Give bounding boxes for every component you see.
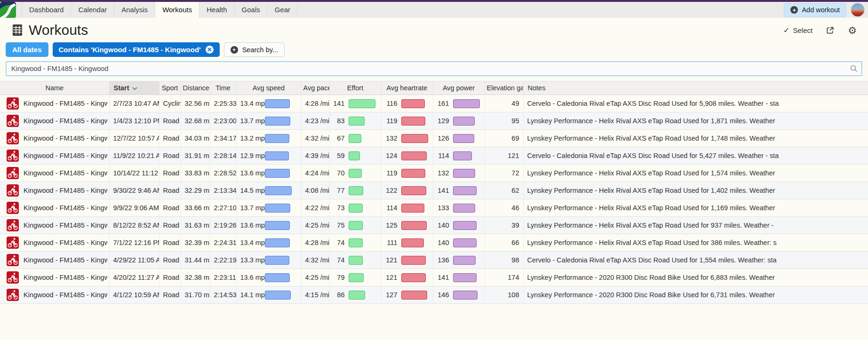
workout-row[interactable]: Kingwood - FM1485 - Kingwood9/9/22 9:06 … [0,199,868,217]
column-header-name[interactable]: Name [0,81,109,95]
search-row [0,59,868,81]
nav-tab-health[interactable]: Health [199,2,234,18]
column-header-time[interactable]: Time [210,81,236,95]
workout-time: 2:23:00 [210,112,236,130]
nav-tab-workouts[interactable]: Workouts [155,2,199,18]
column-header-elevation-gain[interactable]: Elevation gain [485,81,523,95]
workout-row[interactable]: Kingwood - FM1485 - Kingwood11/9/22 10:2… [0,147,868,165]
column-header-avg-power[interactable]: Avg power [433,81,485,95]
select-button[interactable]: ✓ Select [783,26,812,35]
avg-pace-value: 4:32 /mi [301,252,329,269]
workout-sport: Road [159,286,181,304]
workout-row[interactable]: Kingwood - FM1485 - Kingwood7/1/22 12:16… [0,234,868,252]
avg-heartrate-value: 121 [383,274,398,281]
sort-chevron-down-icon [132,87,137,90]
user-avatar[interactable] [851,3,865,17]
nav-tab-calendar[interactable]: Calendar [71,2,114,18]
all-dates-filter-button[interactable]: All dates [6,42,48,57]
elevation-gain-value: 46 [485,199,523,217]
workout-distance: 32.68 mi [181,112,210,130]
workout-start: 12/7/22 10:57 AM [109,130,159,147]
effort-value: 141 [332,100,345,107]
workout-start: 11/9/22 10:21 AM [109,147,159,165]
effort-bar [349,169,362,178]
avg-heartrate-bar [401,151,427,160]
workout-row[interactable]: Kingwood - FM1485 - Kingwood4/1/22 10:59… [0,286,868,304]
workout-row[interactable]: Kingwood - FM1485 - Kingwood12/7/22 10:5… [0,130,868,147]
settings-button[interactable]: ⚙ [848,25,857,35]
workout-notes: Lynskey Performance - 2020 R300 Disc Roa… [523,269,868,286]
workout-row[interactable]: Kingwood - FM1485 - Kingwood4/20/22 11:2… [0,269,868,286]
contains-filter-chip[interactable]: Contains 'Kingwood - FM1485 - Kingwood' … [53,42,220,57]
effort-value: 83 [332,117,345,125]
nav-tab-analysis[interactable]: Analysis [114,2,155,18]
search-by-button[interactable]: + Search by... [224,42,285,57]
workout-notes: Cervelo - Caledonia Rival eTap AXS Disc … [523,95,868,112]
column-header-effort[interactable]: Effort [329,81,381,95]
column-header-avg-pace[interactable]: Avg pace [301,81,329,95]
workout-start: 8/12/22 8:52 AM [109,217,159,234]
avg-heartrate-bar [401,134,428,143]
column-header-sport[interactable]: Sport [159,81,181,95]
workout-time: 2:14:53 [210,286,236,304]
workout-start: 10/14/22 11:12 AM [109,165,159,182]
cyclist-icon [8,237,18,248]
sport-type-icon [7,97,19,110]
workout-sport: Road [159,165,181,182]
nav-tab-goals[interactable]: Goals [234,2,267,18]
remove-filter-icon[interactable]: ✕ [206,46,214,54]
avg-heartrate-bar [401,169,425,178]
effort-bar [349,99,375,108]
avg-power-value: 140 [435,239,449,246]
workout-row[interactable]: Kingwood - FM1485 - Kingwood4/29/22 11:0… [0,252,868,269]
elevation-gain-value: 108 [485,286,523,304]
avg-speed-bar [265,238,290,247]
search-icon[interactable] [850,64,858,73]
avg-speed-value: 13.6 mph [239,274,265,281]
workout-name: Kingwood - FM1485 - Kingwood [24,291,107,299]
sport-type-icon [7,289,19,301]
share-button[interactable] [826,26,835,35]
avg-pace-value: 4:24 /mi [301,165,329,182]
avg-power-bar [453,204,475,213]
search-input[interactable] [6,61,862,76]
workout-notes: Lynskey Performance - 2020 R300 Disc Roa… [523,286,868,304]
avg-speed-value: 13.2 mph [239,134,265,142]
column-header-distance[interactable]: Distance [181,81,210,95]
workout-start: 4/1/22 10:59 AM [109,286,159,304]
workout-sport: Road [159,269,181,286]
sport-type-icon [7,271,19,284]
workout-notes: Lynskey Performance - Helix Rival AXS eT… [523,199,868,217]
avg-heartrate-bar [401,238,424,247]
cyclist-icon [8,255,18,265]
column-header-avg-speed[interactable]: Avg speed [236,81,301,95]
workout-row[interactable]: Kingwood - FM1485 - Kingwood10/14/22 11:… [0,165,868,182]
effort-value: 67 [332,134,345,142]
avg-power-bar [453,256,476,265]
avg-speed-value: 13.4 mph [239,239,265,246]
share-icon [826,26,835,35]
workout-row[interactable]: Kingwood - FM1485 - Kingwood1/4/23 12:10… [0,112,868,130]
column-header-avg-heartrate[interactable]: Avg heartrate [381,81,433,95]
app-logo[interactable] [0,2,16,18]
column-header-start[interactable]: Start [109,81,159,95]
add-workout-button[interactable]: + Add workout [784,3,846,17]
nav-tab-gear[interactable]: Gear [267,2,298,18]
nav-right: + Add workout [784,2,868,18]
effort-bar [349,238,363,247]
avg-pace-value: 4:28 /mi [301,234,329,252]
workout-start: 4/20/22 11:27 AM [109,269,159,286]
effort-bar [349,221,363,230]
avg-power-value: 161 [435,100,449,107]
workout-row[interactable]: Kingwood - FM1485 - Kingwood2/7/23 10:47… [0,95,868,112]
workout-row[interactable]: Kingwood - FM1485 - Kingwood8/12/22 8:52… [0,217,868,234]
workout-sport: Road [159,199,181,217]
nav-tab-dashboard[interactable]: Dashboard [22,2,71,18]
effort-bar [349,204,363,213]
avg-speed-value: 13.3 mph [239,256,265,264]
column-header-notes[interactable]: Notes [523,81,868,95]
avg-power-bar [453,117,475,126]
elevation-gain-value: 121 [485,147,523,165]
avg-power-bar [453,151,472,160]
workout-row[interactable]: Kingwood - FM1485 - Kingwood9/30/22 9:46… [0,182,868,199]
